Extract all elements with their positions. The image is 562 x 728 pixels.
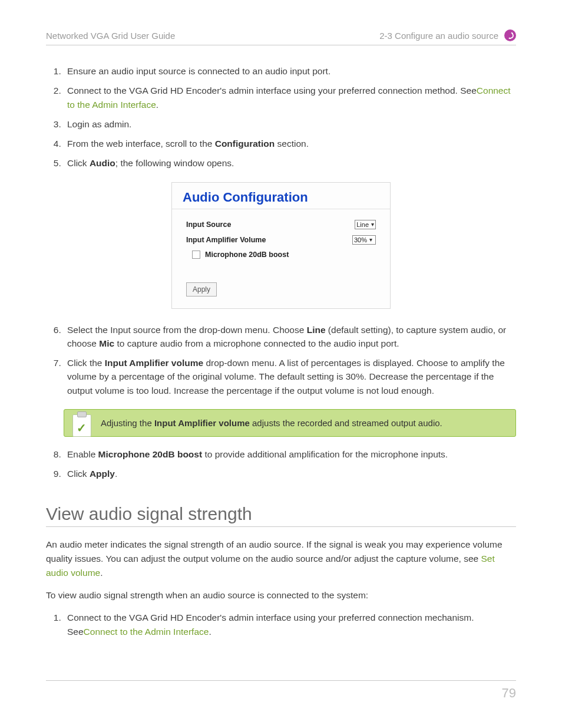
step-9: Click Apply.: [64, 467, 516, 480]
note-box: Adjusting the Input Amplifier volume adj…: [64, 409, 516, 437]
header-right: 2-3 Configure an audio source: [379, 31, 498, 41]
step-4: From the web interface, scroll to the Co…: [64, 137, 516, 150]
shot-title: Audio Configuration: [172, 183, 390, 209]
steps-list-c: Enable Microphone 20dB boost to provide …: [64, 447, 516, 481]
step-5: Click Audio; the following window opens.: [64, 156, 516, 170]
footer-rule: [46, 680, 516, 681]
apply-button[interactable]: Apply: [186, 282, 217, 297]
mic-boost-checkbox[interactable]: [192, 251, 200, 259]
page-number: 79: [502, 686, 516, 701]
section2-p1: An audio meter indicates the signal stre…: [46, 538, 516, 580]
note-clipboard-check-icon: [72, 414, 91, 437]
chevron-down-icon: ▾: [371, 221, 374, 228]
step-2: Connect to the VGA Grid HD Encoder's adm…: [64, 84, 516, 111]
brand-swirl-icon: [504, 29, 516, 41]
section2-step-1: Connect to the VGA Grid HD Encoder's adm…: [64, 611, 516, 638]
steps-list-b: Select the Input source from the drop-do…: [64, 323, 516, 397]
input-source-select[interactable]: Line▾: [355, 220, 376, 229]
step-8: Enable Microphone 20dB boost to provide …: [64, 447, 516, 461]
page-header: Networked VGA Grid User Guide 2-3 Config…: [46, 29, 516, 45]
step-7: Click the Input Amplifier volume drop-do…: [64, 356, 516, 397]
shot-row-input-source: Input Source Line▾: [186, 220, 376, 229]
chevron-down-icon: ▾: [369, 236, 372, 243]
mic-boost-checkbox-row: Microphone 20dB boost: [192, 251, 376, 259]
step-1: Ensure an audio input source is connecte…: [64, 64, 516, 78]
shot-row-amplifier: Input Amplifier Volume 30%▾: [186, 235, 376, 245]
section2-p2: To view audio signal strength when an au…: [46, 588, 516, 602]
link-connect-admin-2[interactable]: Connect to the Admin Interface: [84, 627, 209, 637]
header-left: Networked VGA Grid User Guide: [46, 31, 175, 41]
audio-config-screenshot: Audio Configuration Input Source Line▾ I…: [171, 182, 391, 309]
section-heading-view-audio: View audio signal strength: [46, 504, 516, 527]
amplifier-volume-select[interactable]: 30%▾: [352, 235, 376, 245]
steps-list-d: Connect to the VGA Grid HD Encoder's adm…: [64, 611, 516, 638]
step-3: Login as admin.: [64, 117, 516, 131]
step-6: Select the Input source from the drop-do…: [64, 323, 516, 351]
steps-list-a: Ensure an audio input source is connecte…: [64, 64, 516, 170]
